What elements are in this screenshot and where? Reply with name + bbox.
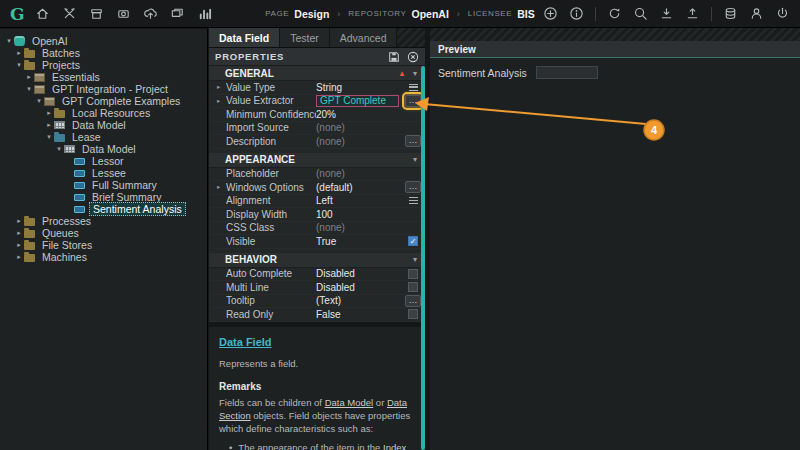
property-value[interactable]: (none) xyxy=(316,136,401,147)
expander-icon[interactable]: ▾ xyxy=(34,97,44,105)
property-row-visible[interactable]: Visible True ✓ xyxy=(209,235,425,249)
property-value[interactable]: (none) xyxy=(316,222,401,233)
checkbox-unchecked-icon[interactable] xyxy=(408,309,418,319)
scanner-icon[interactable] xyxy=(116,6,131,21)
tree-item-full-summary[interactable]: Full Summary xyxy=(0,179,207,191)
property-row-read-only[interactable]: Read Only False xyxy=(209,308,425,322)
user-icon[interactable] xyxy=(749,6,764,21)
preview-field-input[interactable] xyxy=(536,66,598,79)
property-value[interactable]: Left xyxy=(316,195,401,206)
ellipsis-button[interactable]: … xyxy=(405,135,421,147)
property-value[interactable]: False xyxy=(316,309,401,320)
expander-icon[interactable]: ▸ xyxy=(14,253,24,261)
dropdown-menu-icon[interactable] xyxy=(409,84,418,91)
repository-icon[interactable] xyxy=(723,6,738,21)
tree-item-processes[interactable]: ▸Processes xyxy=(0,215,207,227)
ellipsis-button[interactable]: … xyxy=(405,95,421,107)
tree-item-projects[interactable]: ▾Projects xyxy=(0,59,207,71)
property-value[interactable]: (none) xyxy=(316,122,401,133)
property-row-value-extractor[interactable]: ▸ Value Extractor GPT Complete … xyxy=(209,95,425,109)
property-row-alignment[interactable]: Alignment Left xyxy=(209,195,425,209)
collapse-chevron-icon[interactable]: ▾ xyxy=(413,155,417,164)
checkbox-unchecked-icon[interactable] xyxy=(408,282,418,292)
cloud-upload-icon[interactable] xyxy=(143,6,158,21)
save-icon[interactable] xyxy=(388,51,400,63)
property-value[interactable]: (none) xyxy=(316,168,401,179)
collapse-chevron-icon[interactable]: ▾ xyxy=(413,69,417,78)
property-value[interactable]: True xyxy=(316,236,401,247)
property-value[interactable]: Disabled xyxy=(316,282,401,293)
help-title-link[interactable]: Data Field xyxy=(219,335,415,350)
collapse-chevron-icon[interactable]: ▾ xyxy=(413,255,417,264)
tree-item-local-resources[interactable]: ▸Local Resources xyxy=(0,107,207,119)
tab-data-field[interactable]: Data Field xyxy=(209,28,280,47)
tab-advanced[interactable]: Advanced xyxy=(330,28,398,47)
expander-icon[interactable]: ▸ xyxy=(14,49,24,57)
tree-item-machines[interactable]: ▸Machines xyxy=(0,251,207,263)
tree-item-openai[interactable]: ▾OpenAI xyxy=(0,35,207,47)
expander-icon[interactable]: ▸ xyxy=(14,229,24,237)
ellipsis-button[interactable]: … xyxy=(405,181,421,193)
tree-item-lessee[interactable]: Lessee xyxy=(0,167,207,179)
property-row-placeholder[interactable]: Placeholder (none) xyxy=(209,168,425,182)
property-row-description[interactable]: Description (none) … xyxy=(209,135,425,149)
property-value[interactable]: (Text) xyxy=(316,295,401,306)
download-icon[interactable] xyxy=(659,6,674,21)
property-row-css-class[interactable]: CSS Class (none) xyxy=(209,222,425,236)
section-header-appearance[interactable]: APPEARANCE ▾ xyxy=(209,153,425,168)
property-row-value-type[interactable]: ▸ Value Type String xyxy=(209,81,425,95)
grooper-logo[interactable]: G xyxy=(10,4,25,24)
tree-item-queues[interactable]: ▸Queues xyxy=(0,227,207,239)
checkbox-checked-icon[interactable]: ✓ xyxy=(408,236,418,246)
folders-icon[interactable] xyxy=(170,6,185,21)
expander-icon[interactable]: ▾ xyxy=(24,85,34,93)
row-expand-icon[interactable]: ▸ xyxy=(217,83,226,91)
property-row-minimum-confidence[interactable]: Minimum Confidence 20% xyxy=(209,108,425,122)
stats-icon[interactable] xyxy=(197,6,212,21)
property-value[interactable]: 100 xyxy=(316,209,401,220)
tree-item-gpt-complete-examples[interactable]: ▾GPT Complete Examples xyxy=(0,95,207,107)
expander-icon[interactable]: ▸ xyxy=(14,217,24,225)
property-value[interactable]: (default) xyxy=(316,182,401,193)
home-icon[interactable] xyxy=(35,6,50,21)
tree-item-gpt-integration-project[interactable]: ▾GPT Integration - Project xyxy=(0,83,207,95)
tree-item-essentials[interactable]: ▸Essentials xyxy=(0,71,207,83)
expander-icon[interactable]: ▾ xyxy=(14,61,24,69)
data-model-link[interactable]: Data Model xyxy=(325,397,374,408)
vertical-scrollbar[interactable] xyxy=(421,66,425,450)
property-value[interactable]: String xyxy=(316,82,401,93)
tree-item-lessor[interactable]: Lessor xyxy=(0,155,207,167)
property-row-import-source[interactable]: Import Source (none) xyxy=(209,122,425,136)
refresh-icon[interactable] xyxy=(607,6,622,21)
page-value[interactable]: Design xyxy=(294,8,329,20)
expander-icon[interactable]: ▾ xyxy=(54,145,64,153)
tree-item-sentiment-analysis[interactable]: Sentiment Analysis xyxy=(0,203,207,215)
batches-icon[interactable] xyxy=(89,6,104,21)
checkbox-unchecked-icon[interactable] xyxy=(408,269,418,279)
expander-icon[interactable]: ▾ xyxy=(44,133,54,141)
tree-item-file-stores[interactable]: ▸File Stores xyxy=(0,239,207,251)
licensee-value[interactable]: BIS xyxy=(517,8,535,20)
add-icon[interactable] xyxy=(543,6,558,21)
search-icon[interactable] xyxy=(633,6,648,21)
power-icon[interactable] xyxy=(775,6,790,21)
dropdown-menu-icon[interactable] xyxy=(409,197,418,204)
property-row-auto-complete[interactable]: Auto Complete Disabled xyxy=(209,268,425,282)
tree-item-data-model-1[interactable]: ▸Data Model xyxy=(0,119,207,131)
expander-icon[interactable]: ▸ xyxy=(14,241,24,249)
expander-icon[interactable]: ▾ xyxy=(4,37,14,45)
value-extractor-value[interactable]: GPT Complete xyxy=(316,95,399,107)
section-header-general[interactable]: GENERAL ▲ ▾ xyxy=(209,66,425,81)
close-icon[interactable] xyxy=(407,51,419,63)
tools-icon[interactable] xyxy=(62,6,77,21)
info-icon[interactable] xyxy=(569,6,584,21)
expander-icon[interactable]: ▸ xyxy=(24,73,34,81)
section-header-behavior[interactable]: BEHAVIOR ▾ xyxy=(209,253,425,268)
tree-item-lease[interactable]: ▾Lease xyxy=(0,131,207,143)
tree-item-batches[interactable]: ▸Batches xyxy=(0,47,207,59)
property-row-windows-options[interactable]: ▸ Windows Options (default) … xyxy=(209,181,425,195)
repository-value[interactable]: OpenAI xyxy=(412,8,449,20)
property-row-tooltip[interactable]: Tooltip (Text) … xyxy=(209,295,425,309)
upload-icon[interactable] xyxy=(685,6,700,21)
tab-tester[interactable]: Tester xyxy=(280,28,330,47)
